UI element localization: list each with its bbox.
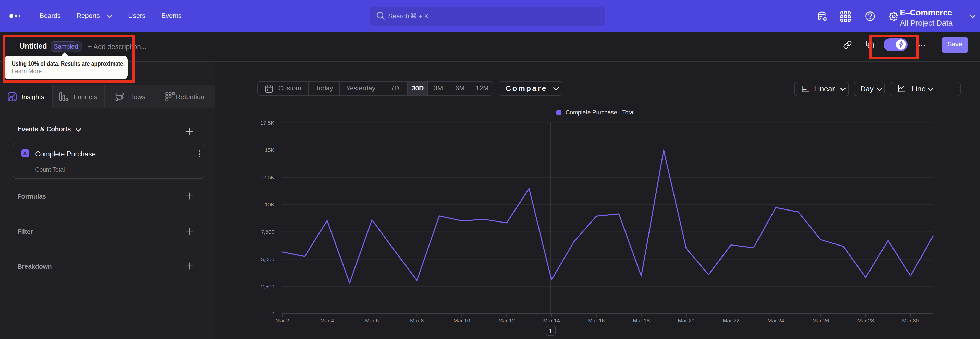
svg-text:Mar 16: Mar 16 (588, 318, 605, 323)
svg-text:15K: 15K (265, 147, 274, 153)
svg-text:Mar 8: Mar 8 (410, 318, 424, 323)
svg-text:Mar 2: Mar 2 (275, 318, 289, 323)
svg-text:Mar 12: Mar 12 (498, 318, 515, 323)
svg-text:Mar 28: Mar 28 (857, 318, 874, 323)
svg-text:Mar 6: Mar 6 (365, 318, 379, 323)
svg-text:Mar 14: Mar 14 (543, 318, 560, 323)
svg-text:Mar 26: Mar 26 (812, 318, 829, 323)
svg-text:Mar 4: Mar 4 (320, 318, 334, 323)
svg-text:2,500: 2,500 (261, 283, 274, 289)
svg-text:17.5K: 17.5K (260, 120, 274, 126)
svg-text:Mar 30: Mar 30 (902, 318, 919, 323)
svg-text:7,500: 7,500 (261, 229, 274, 235)
svg-text:Mar 22: Mar 22 (723, 318, 739, 323)
svg-text:Mar 20: Mar 20 (678, 318, 694, 323)
svg-text:Mar 10: Mar 10 (453, 318, 470, 323)
svg-text:10K: 10K (265, 201, 274, 208)
svg-text:5,000: 5,000 (261, 256, 274, 262)
svg-text:12.5K: 12.5K (260, 174, 274, 180)
svg-text:Mar 24: Mar 24 (768, 318, 784, 323)
svg-text:Mar 18: Mar 18 (633, 318, 649, 323)
svg-text:0: 0 (271, 311, 274, 317)
